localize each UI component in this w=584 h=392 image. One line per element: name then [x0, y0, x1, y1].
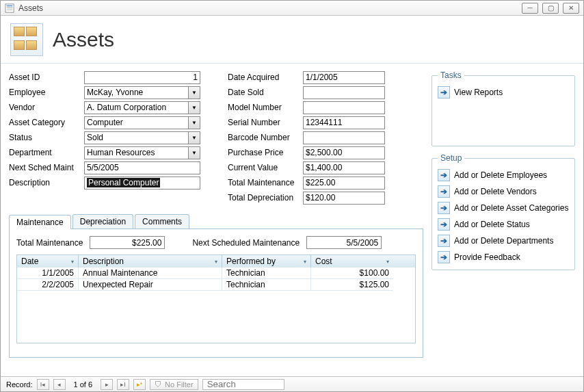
total-maintenance-value: $225.00: [90, 236, 165, 249]
next-scheduled-value: 5/5/2005: [306, 236, 382, 249]
total-maint-field[interactable]: $225.00: [303, 177, 385, 190]
first-record-button[interactable]: I◂: [37, 379, 49, 390]
record-position: 1 of 6: [70, 380, 97, 389]
next-maint-field[interactable]: 5/5/2005: [84, 161, 200, 174]
add-categories-link[interactable]: ➔Add or Delete Asset Categories: [438, 200, 569, 216]
vendor-label: Vendor: [9, 103, 84, 112]
employee-field[interactable]: McKay, Yvonne▼: [84, 86, 200, 99]
tab-strip: Maintenance Depreciation Comments: [9, 214, 423, 229]
arrow-icon: ➔: [438, 218, 450, 231]
tasks-group: Tasks ➔View Reports: [432, 70, 575, 146]
cell-description: Unexpected Repair: [79, 279, 222, 291]
record-navigator: Record: I◂ ◂ 1 of 6 ▸ ▸I ▸* ⛉No Filter: [1, 376, 583, 391]
assets-window: Assets ─ ▢ ✕ Assets Asset ID1 EmployeeMc…: [0, 0, 584, 392]
filter-button[interactable]: ⛉No Filter: [150, 379, 198, 390]
dropdown-icon[interactable]: ▼: [188, 131, 200, 144]
serial-label: Serial Number: [228, 118, 303, 127]
tasks-title: Tasks: [438, 70, 464, 80]
view-reports-link[interactable]: ➔View Reports: [438, 84, 569, 101]
date-acquired-field[interactable]: 1/1/2005: [303, 71, 385, 84]
filter-icon: ⛉: [155, 380, 162, 389]
left-column: Asset ID1 EmployeeMcKay, Yvonne▼ VendorA…: [9, 70, 200, 205]
tab-depreciation[interactable]: Depreciation: [72, 214, 133, 228]
cell-cost: $100.00: [311, 267, 393, 279]
vendor-field[interactable]: A. Datum Corporation▼: [84, 101, 200, 114]
add-status-link[interactable]: ➔Add or Delete Status: [438, 216, 569, 233]
add-employees-link[interactable]: ➔Add or Delete Employees: [438, 167, 569, 183]
new-record-button[interactable]: ▸*: [133, 379, 146, 390]
cell-date: 2/2/2005: [17, 279, 79, 291]
chevron-down-icon[interactable]: ▾: [386, 259, 389, 265]
tab-comments[interactable]: Comments: [135, 214, 189, 228]
purchase-label: Purchase Price: [228, 148, 303, 157]
dropdown-icon[interactable]: ▼: [188, 146, 200, 159]
category-field[interactable]: Computer▼: [84, 116, 200, 129]
description-label: Description: [9, 178, 84, 187]
status-field[interactable]: Sold▼: [84, 131, 200, 144]
model-field[interactable]: [303, 101, 385, 114]
col-header-cost[interactable]: Cost▾: [311, 255, 393, 267]
cell-description: Annual Maintenance: [79, 267, 222, 279]
asset-id-label: Asset ID: [9, 73, 84, 82]
search-input[interactable]: [202, 379, 284, 390]
add-vendors-link[interactable]: ➔Add or Delete Vendors: [438, 183, 569, 200]
table-row[interactable]: 1/1/2005Annual MaintenanceTechnician$100…: [17, 267, 415, 279]
description-field[interactable]: Personal Computer: [84, 177, 200, 190]
dropdown-icon[interactable]: ▼: [188, 101, 200, 114]
add-departments-link[interactable]: ➔Add or Delete Departments: [438, 233, 569, 249]
department-field[interactable]: Human Resources▼: [84, 146, 200, 159]
cell-performed-by: Technician: [222, 279, 311, 291]
arrow-icon: ➔: [438, 235, 450, 247]
dropdown-icon[interactable]: ▼: [188, 116, 200, 129]
tab-maintenance[interactable]: Maintenance: [9, 215, 71, 229]
arrow-icon: ➔: [438, 251, 450, 263]
provide-feedback-link[interactable]: ➔Provide Feedback: [438, 249, 569, 265]
col-header-description[interactable]: Description▾: [79, 255, 222, 267]
asset-id-field[interactable]: 1: [84, 71, 200, 84]
close-button[interactable]: ✕: [563, 3, 579, 14]
page-title: Assets: [53, 28, 114, 51]
date-acquired-label: Date Acquired: [228, 73, 303, 82]
table-row[interactable]: 2/2/2005Unexpected RepairTechnician$125.…: [17, 279, 415, 291]
cell-performed-by: Technician: [222, 267, 311, 279]
total-maintenance-label: Total Maintenance: [16, 238, 83, 248]
barcode-field[interactable]: [303, 131, 385, 144]
titlebar: Assets ─ ▢ ✕: [1, 1, 583, 16]
department-label: Department: [9, 148, 84, 157]
arrow-icon: ➔: [438, 202, 450, 214]
svg-rect-1: [7, 5, 13, 6]
form-icon: [5, 3, 14, 13]
total-depr-field[interactable]: $120.00: [303, 192, 385, 205]
setup-title: Setup: [438, 153, 464, 163]
prev-record-button[interactable]: ◂: [53, 379, 66, 390]
current-field[interactable]: $1,400.00: [303, 161, 385, 174]
minimize-button[interactable]: ─: [522, 3, 538, 14]
purchase-field[interactable]: $2,500.00: [303, 146, 385, 159]
barcode-label: Barcode Number: [228, 133, 303, 142]
chevron-down-icon[interactable]: ▾: [304, 259, 306, 265]
category-label: Asset Category: [9, 118, 84, 127]
next-record-button[interactable]: ▸: [101, 379, 113, 390]
date-sold-field[interactable]: [303, 86, 385, 99]
right-column: Date Acquired1/1/2005 Date Sold Model Nu…: [228, 70, 385, 205]
chevron-down-icon[interactable]: ▾: [215, 259, 217, 265]
maintenance-grid: Date▾ Description▾ Performed by▾ Cost▾ 1…: [16, 254, 416, 343]
cell-cost: $125.00: [311, 279, 393, 291]
model-label: Model Number: [228, 103, 303, 112]
col-header-performed-by[interactable]: Performed by▾: [222, 255, 311, 267]
maintenance-panel: Total Maintenance $225.00 Next Scheduled…: [9, 229, 423, 358]
chevron-down-icon[interactable]: ▾: [71, 259, 74, 265]
dropdown-icon[interactable]: ▼: [188, 86, 200, 99]
maximize-button[interactable]: ▢: [542, 3, 559, 14]
arrow-icon: ➔: [438, 169, 450, 181]
total-depr-label: Total Depreciation: [228, 193, 303, 202]
serial-field[interactable]: 12344111: [303, 116, 385, 129]
total-maint-label: Total Maintenance: [228, 178, 303, 187]
col-header-date[interactable]: Date▾: [17, 255, 79, 267]
side-panel: Tasks ➔View Reports Setup ➔Add or Delete…: [432, 70, 575, 358]
arrow-icon: ➔: [438, 185, 450, 198]
current-label: Current Value: [228, 163, 303, 172]
last-record-button[interactable]: ▸I: [117, 379, 129, 390]
arrow-icon: ➔: [438, 86, 450, 99]
cell-date: 1/1/2005: [17, 267, 79, 279]
